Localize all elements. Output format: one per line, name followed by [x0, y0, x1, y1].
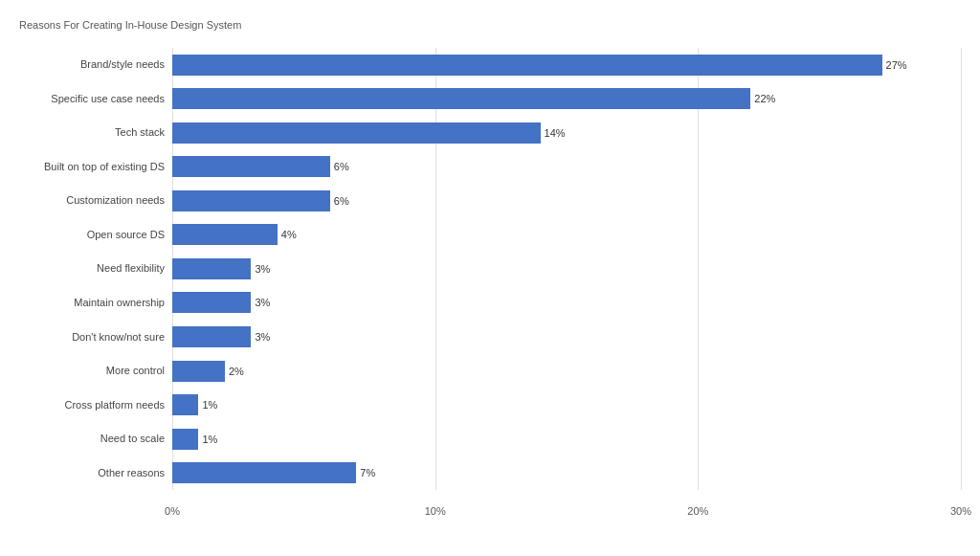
- bar-value-label: 1%: [202, 434, 217, 445]
- chart-title: Reasons For Creating In-House Design Sys…: [19, 19, 961, 31]
- y-label: More control: [106, 356, 165, 387]
- chart-container: Reasons For Creating In-House Design Sys…: [0, 0, 980, 556]
- bar-value-label: 22%: [754, 93, 775, 104]
- y-label: Need flexibility: [97, 254, 165, 284]
- bar-row: 1%: [172, 424, 961, 455]
- bar-row: 6%: [172, 186, 961, 216]
- y-label: Brand/style needs: [80, 50, 165, 80]
- bar-row: 27%: [172, 50, 961, 80]
- bars-area: 27%22%14%6%6%4%3%3%3%2%1%1%7% 0%10%20%30…: [172, 48, 961, 517]
- y-label: Built on top of existing DS: [44, 151, 165, 182]
- x-tick: 10%: [425, 505, 446, 517]
- x-tick: 0%: [165, 505, 180, 517]
- bar: 3%: [172, 258, 251, 279]
- bars-rows: 27%22%14%6%6%4%3%3%3%2%1%1%7%: [172, 48, 961, 490]
- y-label: Other reasons: [98, 457, 165, 488]
- y-label: Open source DS: [87, 219, 165, 250]
- bar-value-label: 14%: [545, 127, 566, 139]
- chart-area: Brand/style needsSpecific use case needs…: [19, 48, 961, 517]
- bar-row: 1%: [172, 389, 961, 420]
- bar: 3%: [172, 292, 251, 313]
- bar: 3%: [172, 326, 251, 347]
- bar-value-label: 4%: [281, 229, 297, 240]
- bar: 2%: [172, 361, 225, 382]
- y-label: Tech stack: [115, 118, 165, 148]
- bar: 1%: [172, 429, 198, 450]
- bar-row: 3%: [172, 287, 961, 318]
- bar-value-label: 3%: [255, 297, 270, 308]
- bar-value-label: 3%: [255, 263, 270, 275]
- y-label: Need to scale: [100, 424, 165, 455]
- bar: 4%: [172, 224, 278, 245]
- y-label: Cross platform needs: [64, 389, 165, 420]
- bar: 27%: [172, 55, 882, 76]
- bar: 22%: [172, 88, 750, 109]
- bar-value-label: 3%: [255, 331, 270, 343]
- bar: 1%: [172, 394, 198, 415]
- bar-value-label: 2%: [229, 366, 244, 377]
- x-tick: 30%: [950, 505, 971, 517]
- y-labels: Brand/style needsSpecific use case needs…: [19, 48, 172, 517]
- bar-value-label: 7%: [360, 467, 375, 478]
- bar-row: 6%: [172, 151, 961, 182]
- bar-row: 2%: [172, 356, 961, 387]
- bar-value-label: 6%: [334, 195, 349, 207]
- bar-value-label: 6%: [334, 161, 349, 172]
- bar: 6%: [172, 190, 330, 211]
- grid-line: [961, 48, 962, 490]
- x-axis: 0%10%20%30%: [172, 490, 961, 517]
- y-label: Specific use case needs: [51, 83, 165, 114]
- y-label: Maintain ownership: [74, 287, 165, 318]
- y-label: Don't know/not sure: [72, 322, 165, 352]
- bar-row: 22%: [172, 83, 961, 114]
- bar-row: 4%: [172, 219, 961, 250]
- bar: 14%: [172, 122, 541, 144]
- bar-value-label: 27%: [886, 59, 907, 71]
- bar-row: 7%: [172, 457, 961, 488]
- bar-row: 3%: [172, 254, 961, 284]
- bar-row: 3%: [172, 322, 961, 352]
- x-tick: 20%: [687, 505, 708, 517]
- bar: 6%: [172, 156, 330, 177]
- bar-value-label: 1%: [202, 399, 217, 411]
- y-label: Customization needs: [66, 186, 165, 216]
- bar-row: 14%: [172, 118, 961, 148]
- grid-and-bars: 27%22%14%6%6%4%3%3%3%2%1%1%7% 0%10%20%30…: [172, 48, 961, 517]
- bar: 7%: [172, 462, 356, 483]
